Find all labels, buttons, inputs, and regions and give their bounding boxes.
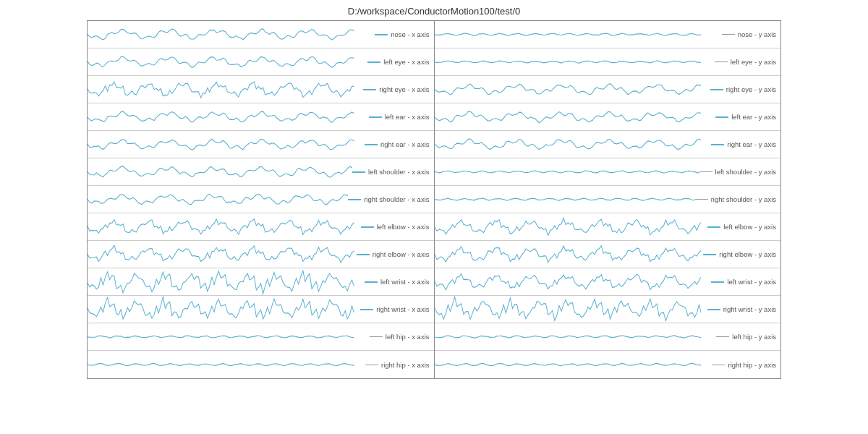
label-text: right eye - y axis [726,85,776,93]
chart-area [88,21,354,48]
label-text: right ear - y axis [727,140,776,148]
chart-label: left ear - y axis [701,113,780,121]
legend-icon [707,309,720,310]
chart-row-right-ear---x-axis: right ear - x axis [88,131,434,158]
legend-icon [357,254,370,255]
label-text: right wrist - y axis [723,305,776,313]
label-text: right shoulder - x axis [364,195,429,203]
label-text: left shoulder - y axis [715,168,776,176]
label-text: left elbow - x axis [377,223,430,231]
chart-area [88,158,352,185]
legend-icon [699,171,712,172]
chart-label: right ear - y axis [701,140,780,148]
chart-label: right shoulder - x axis [348,195,433,203]
chart-area [435,351,702,378]
legend-icon [722,34,735,35]
chart-area [88,268,354,295]
legend-icon [360,309,373,310]
legend-icon [695,199,708,200]
legend-icon [375,34,388,35]
chart-label: left elbow - x axis [354,223,434,231]
chart-label: right ear - x axis [354,140,434,148]
legend-icon [365,365,378,365]
chart-label: nose - y axis [701,30,780,38]
label-text: nose - x axis [391,30,429,38]
chart-label: right shoulder - y axis [695,195,780,203]
chart-area [435,241,702,268]
legend-icon [363,89,376,90]
label-text: right ear - x axis [380,140,430,148]
chart-row-left-ear---y-axis: left ear - y axis [435,103,781,131]
left-column: nose - x axisleft eye - x axisright eye … [88,21,435,378]
chart-row-left-wrist---x-axis: left wrist - x axis [88,268,434,296]
chart-row-right-eye---x-axis: right eye - x axis [88,76,434,103]
chart-label: right eye - y axis [701,85,780,93]
chart-area [435,213,702,240]
label-text: right shoulder - y axis [711,195,776,203]
legend-icon [712,365,725,365]
chart-label: left hip - y axis [701,333,780,341]
label-text: left hip - x axis [386,333,430,341]
chart-area [435,296,702,323]
chart-row-nose---x-axis: nose - x axis [88,21,434,48]
chart-area [435,76,702,103]
chart-label: right wrist - x axis [354,305,434,313]
legend-icon [365,144,378,145]
label-text: left hip - y axis [732,333,776,341]
legend-icon [361,226,374,228]
chart-row-right-wrist---y-axis: right wrist - y axis [435,296,781,323]
charts-container: nose - x axisleft eye - x axisright eye … [87,20,781,379]
chart-label: left wrist - x axis [354,278,434,286]
legend-icon [707,226,720,228]
chart-label: right eye - x axis [354,85,434,93]
label-text: right eye - x axis [379,85,429,93]
chart-row-left-shoulder---x-axis: left shoulder - x axis [88,158,434,186]
chart-area [88,241,354,268]
legend-icon [367,61,380,63]
chart-row-right-hip---y-axis: right hip - y axis [435,351,781,378]
legend-icon [711,144,724,145]
chart-label: nose - x axis [354,30,434,38]
chart-row-right-shoulder---x-axis: right shoulder - x axis [88,186,434,213]
chart-label: left hip - x axis [354,333,434,341]
chart-row-left-eye---y-axis: left eye - y axis [435,48,781,76]
chart-area [435,158,699,185]
chart-area [435,323,702,350]
chart-row-nose---y-axis: nose - y axis [435,21,781,48]
chart-row-right-ear---y-axis: right ear - y axis [435,131,781,158]
chart-row-left-hip---x-axis: left hip - x axis [88,323,434,351]
label-text: left ear - y axis [731,113,776,121]
chart-row-right-hip---x-axis: right hip - x axis [88,351,434,378]
label-text: left shoulder - x axis [368,168,429,176]
label-text: right hip - y axis [728,361,776,369]
legend-icon [352,171,365,173]
label-text: right elbow - x axis [373,250,430,258]
chart-area [435,268,702,295]
chart-area [88,103,354,130]
legend-icon [715,61,728,62]
chart-area [88,186,348,213]
chart-area [88,48,354,75]
chart-area [435,186,695,213]
label-text: left ear - x axis [385,113,430,121]
chart-row-right-wrist---x-axis: right wrist - x axis [88,296,434,323]
label-text: left eye - y axis [731,58,776,66]
chart-area [435,21,702,48]
legend-icon [348,199,361,200]
page-title: D:/workspace/ConductorMotion100/test/0 [0,0,868,20]
chart-label: right elbow - x axis [354,250,434,258]
chart-row-left-wrist---y-axis: left wrist - y axis [435,268,781,296]
label-text: nose - y axis [738,30,776,38]
chart-label: right hip - x axis [354,361,434,369]
chart-row-left-ear---x-axis: left ear - x axis [88,103,434,131]
chart-area [435,48,702,75]
chart-label: left eye - y axis [701,58,780,66]
chart-row-left-elbow---x-axis: left elbow - x axis [88,213,434,241]
chart-label: left ear - x axis [354,113,434,121]
legend-icon [365,281,378,283]
chart-row-left-eye---x-axis: left eye - x axis [88,48,434,76]
chart-label: left eye - x axis [354,58,434,66]
legend-icon [711,281,724,283]
label-text: left wrist - x axis [380,278,430,286]
label-text: right hip - x axis [381,361,430,369]
